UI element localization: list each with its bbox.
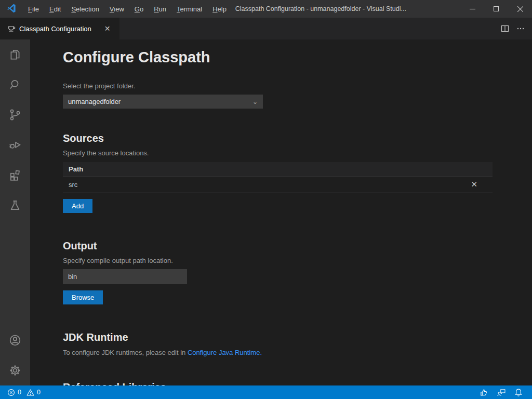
menu-bar: File Edit Selection View Go Run Terminal… [24,3,231,15]
jdk-runtime-text-after: . [260,349,262,356]
menu-view[interactable]: View [105,3,128,15]
project-folder-select[interactable]: unmanagedfolder ⌄ [63,95,263,109]
more-actions-icon[interactable] [516,24,525,33]
source-control-icon[interactable] [0,100,30,130]
close-button[interactable] [508,0,532,18]
jdk-runtime-text-before: To configure JDK runtimes, please edit i… [63,349,188,356]
vscode-logo-icon [6,4,17,14]
configure-java-runtime-link[interactable]: Configure Java Runtime [188,349,260,356]
window-controls [460,0,532,18]
menu-run[interactable]: Run [150,3,170,15]
sources-table-row[interactable]: src ✕ [63,177,493,193]
maximize-button[interactable] [484,0,508,18]
status-bar: 0 0 [0,385,532,399]
tab-classpath-configuration[interactable]: Classpath Configuration ✕ [0,18,119,39]
tab-close-icon[interactable]: ✕ [102,24,113,33]
menu-terminal[interactable]: Terminal [172,3,206,15]
tweet-feedback-icon[interactable] [497,388,506,397]
account-icon[interactable] [0,325,30,355]
problems-indicator[interactable]: 0 0 [5,389,45,396]
editor-actions [501,18,532,39]
feedback-thumbs-up-icon[interactable] [480,388,488,397]
sources-heading: Sources [63,132,523,144]
tab-label: Classpath Configuration [19,25,91,33]
testing-icon[interactable] [0,190,30,220]
search-icon[interactable] [0,70,30,100]
page-title: Configure Classpath [63,47,523,68]
project-folder-selected-value: unmanagedfolder [68,98,121,105]
output-description: Specify compile output path location. [63,257,523,264]
browse-output-button[interactable]: Browse [63,290,103,304]
error-count: 0 [18,389,21,396]
source-path-value: src [69,181,77,189]
chevron-down-icon: ⌄ [252,98,258,105]
menu-edit[interactable]: Edit [45,3,65,15]
explorer-icon[interactable] [0,39,30,70]
extensions-icon[interactable] [0,160,30,190]
run-and-debug-icon[interactable] [0,130,30,160]
sources-table: Path src ✕ [63,162,493,193]
menu-help[interactable]: Help [208,3,231,15]
window-title: Classpath Configuration - unmanagedfolde… [235,5,406,12]
java-cup-icon [7,24,16,33]
jdk-runtime-heading: JDK Runtime [63,331,523,343]
titlebar: File Edit Selection View Go Run Terminal… [0,0,532,18]
project-folder-label: Select the project folder. [63,82,523,90]
split-editor-icon[interactable] [501,24,509,33]
output-path-input[interactable] [63,269,187,284]
menu-file[interactable]: File [24,3,43,15]
warnings-icon [26,389,34,396]
status-bar-right [480,388,527,397]
sources-description: Specify the source locations. [63,149,523,157]
output-heading: Output [63,240,523,252]
jdk-runtime-text: To configure JDK runtimes, please edit i… [63,349,523,356]
tab-bar: Classpath Configuration ✕ [0,18,532,39]
add-source-button[interactable]: Add [63,199,92,213]
remove-source-icon[interactable]: ✕ [461,180,487,189]
menu-selection[interactable]: Selection [67,3,103,15]
settings-gear-icon[interactable] [0,355,30,385]
warning-count: 0 [37,389,41,396]
menu-go[interactable]: Go [130,3,148,15]
errors-icon [7,389,15,396]
vscode-window: File Edit Selection View Go Run Terminal… [0,0,532,399]
activity-bar [0,39,30,385]
sources-table-header-path: Path [63,162,493,177]
classpath-configuration-page: Configure Classpath Select the project f… [30,39,532,385]
minimize-button[interactable] [460,0,484,18]
notifications-bell-icon[interactable] [514,388,523,397]
referenced-libraries-heading: Referenced Libraries [63,381,523,385]
